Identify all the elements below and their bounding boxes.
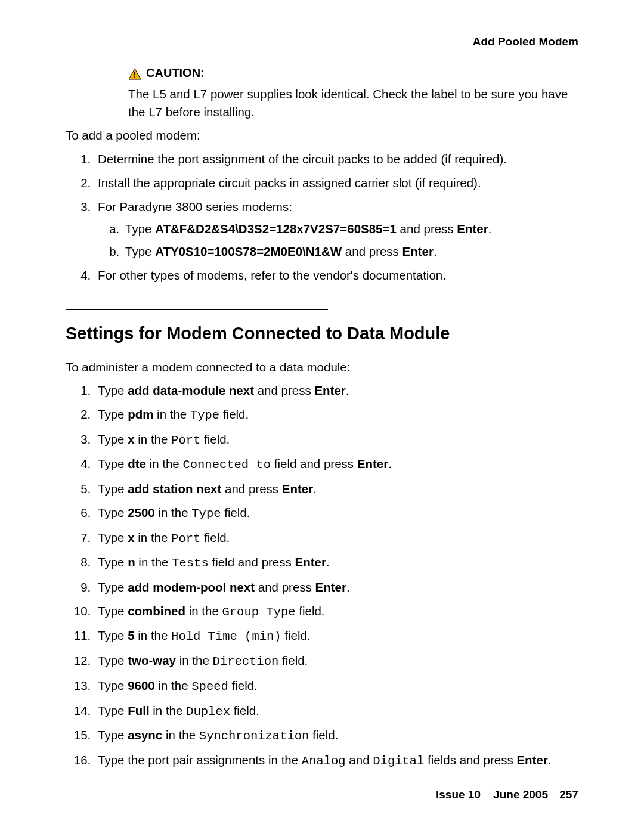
command-text: AT&F&D2&S4\D3S2=128x7V2S7=60S85=1 xyxy=(155,222,397,236)
text: and press xyxy=(254,383,314,397)
text: . xyxy=(313,482,317,496)
text: and press xyxy=(397,222,457,236)
text: and press xyxy=(221,482,281,496)
text: in the xyxy=(176,654,213,667)
key-name: Enter xyxy=(315,580,346,594)
running-header: Add Pooled Modem xyxy=(473,33,578,50)
text: in the xyxy=(150,704,187,717)
command-text: 9600 xyxy=(128,679,155,692)
text: Type xyxy=(98,679,128,692)
list-item: Type 2500 in the Type field. xyxy=(94,504,578,523)
list-item: Type async in the Synchronization field. xyxy=(94,726,578,745)
text: field. xyxy=(278,654,308,667)
list-item: Type AT&F&D2&S4\D3S2=128x7V2S7=60S85=1 a… xyxy=(123,220,578,238)
list-item: Type add station next and press Enter. xyxy=(94,480,578,498)
text: Type xyxy=(98,704,128,717)
command-text: x xyxy=(128,531,134,544)
field-name: Analog xyxy=(302,754,346,768)
field-name: Digital xyxy=(373,754,424,768)
list-item: Type two-way in the Direction field. xyxy=(94,652,578,671)
text: Type xyxy=(125,244,155,258)
list-item: Type x in the Port field. xyxy=(94,529,578,548)
text: Type xyxy=(98,482,128,496)
list-item: For Paradyne 3800 series modems: Type AT… xyxy=(94,198,578,261)
list-item-text: For Paradyne 3800 series modems: xyxy=(98,200,292,213)
text: field. xyxy=(228,679,258,692)
field-name: Group Type xyxy=(222,605,296,619)
text: . xyxy=(346,383,349,397)
text: field. xyxy=(200,432,230,446)
issue-number: Issue 10 xyxy=(436,788,481,801)
command-text: ATY0S10=100S78=2M0E0\N1&W xyxy=(155,244,342,258)
list-item: Determine the port assignment of the cir… xyxy=(94,150,578,168)
key-name: Enter xyxy=(516,753,547,767)
warning-triangle-icon xyxy=(128,67,141,79)
text: field. xyxy=(219,407,249,421)
command-text: n xyxy=(128,555,135,569)
text: in the xyxy=(155,506,192,519)
list-item: Type 5 in the Hold Time (min) field. xyxy=(94,627,578,646)
key-name: Enter xyxy=(357,457,388,470)
command-text: 5 xyxy=(128,628,134,642)
field-name: Synchronization xyxy=(199,729,309,743)
text: field. xyxy=(200,531,230,544)
key-name: Enter xyxy=(282,482,313,496)
field-name: Duplex xyxy=(186,705,230,719)
svg-rect-1 xyxy=(134,72,135,75)
text: Type xyxy=(98,580,128,594)
sub-list: Type AT&F&D2&S4\D3S2=128x7V2S7=60S85=1 a… xyxy=(98,220,578,260)
caution-label: CAUTION: xyxy=(146,64,205,82)
text: in the xyxy=(135,432,172,446)
caution-heading: CAUTION: xyxy=(128,64,578,82)
key-name: Enter xyxy=(314,383,345,397)
settings-list: Type add data-module next and press Ente… xyxy=(66,382,578,770)
text: Type xyxy=(98,506,128,519)
text: field and press xyxy=(271,457,357,470)
list-item: Type add data-module next and press Ente… xyxy=(94,382,578,400)
text: in the xyxy=(185,604,222,618)
text: . xyxy=(488,222,492,236)
key-name: Enter xyxy=(457,222,488,236)
list-item: Type dte in the Connected to field and p… xyxy=(94,455,578,474)
page: Add Pooled Modem CAUTION: The L5 and L7 … xyxy=(0,0,644,833)
key-name: Enter xyxy=(402,244,434,258)
list-item: Type n in the Tests field and press Ente… xyxy=(94,553,578,572)
text: . xyxy=(434,244,437,258)
command-text: pdm xyxy=(128,407,153,421)
text: field. xyxy=(230,704,259,717)
field-name: Type xyxy=(190,408,219,422)
list-item: Type 9600 in the Speed field. xyxy=(94,677,578,696)
intro-text: To add a pooled modem: xyxy=(66,126,578,144)
command-text: dte xyxy=(128,457,146,470)
key-name: Enter xyxy=(295,555,326,569)
text: Type xyxy=(125,222,155,236)
text: in the xyxy=(153,407,190,421)
field-name: Connected to xyxy=(182,458,271,472)
text: field. xyxy=(281,628,311,642)
text: . xyxy=(548,753,552,767)
page-footer: Issue 10 June 2005 257 xyxy=(436,786,578,803)
text: and press xyxy=(342,244,402,258)
caution-block: CAUTION: The L5 and L7 power supplies lo… xyxy=(128,64,578,120)
text: field. xyxy=(309,728,338,742)
text: Type xyxy=(98,432,128,446)
list-item: Type Full in the Duplex field. xyxy=(94,702,578,721)
text: Type xyxy=(98,531,128,544)
command-text: add data-module next xyxy=(128,383,254,397)
text: Type xyxy=(98,628,128,642)
command-text: combined xyxy=(128,604,185,618)
text: . xyxy=(346,580,350,594)
text: Type xyxy=(98,407,128,421)
list-item: Type pdm in the Type field. xyxy=(94,405,578,425)
field-name: Direction xyxy=(213,655,279,668)
page-number: 257 xyxy=(559,788,578,801)
text: . xyxy=(388,457,392,470)
text: Type the port pair assignments in the xyxy=(98,753,302,767)
text: and xyxy=(346,753,373,767)
field-name: Tests xyxy=(172,556,209,570)
field-name: Speed xyxy=(191,680,228,693)
text: . xyxy=(326,555,330,569)
command-text: 2500 xyxy=(128,506,155,519)
command-text: add modem-pool next xyxy=(128,580,255,594)
svg-rect-2 xyxy=(134,76,135,78)
